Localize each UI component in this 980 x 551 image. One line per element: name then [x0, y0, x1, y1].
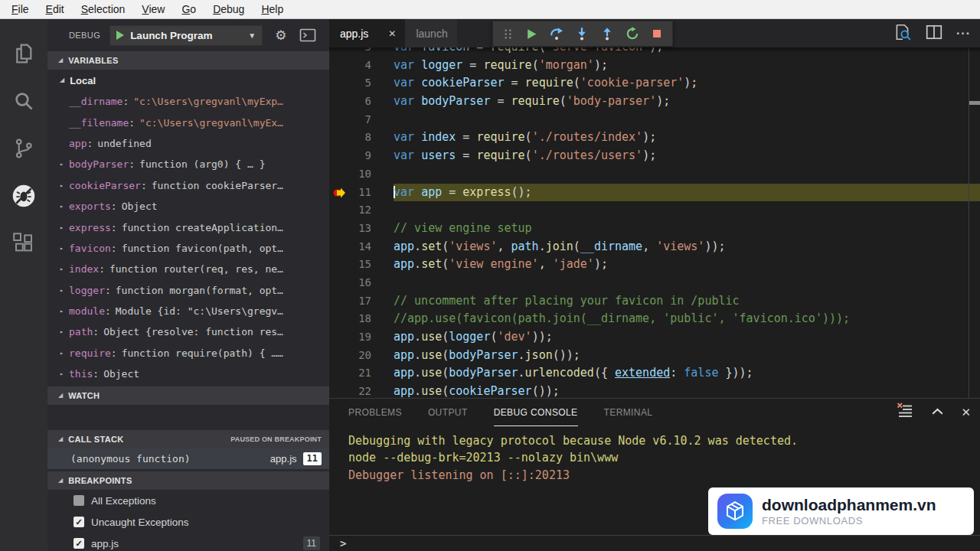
maximize-panel-icon[interactable]: [929, 403, 946, 422]
call-stack-frame[interactable]: (anonymous function)app.js11: [47, 448, 329, 469]
code-area[interactable]: 3var favicon = require('serve-favicon');…: [329, 47, 980, 398]
menu-debug[interactable]: Debug: [204, 0, 253, 19]
launch-config-dropdown[interactable]: Launch Program ▼: [109, 25, 263, 46]
code-line[interactable]: 14app.set('views', path.join(__dirname, …: [329, 238, 980, 256]
activity-debug-icon[interactable]: [0, 172, 47, 220]
variable-row[interactable]: ▸require:function require(path) { ……: [47, 343, 329, 364]
stop-button[interactable]: [651, 28, 663, 40]
code-line[interactable]: 4var logger = require('morgan');: [329, 57, 980, 75]
editor-gutter[interactable]: 17: [329, 292, 394, 311]
editor-gutter[interactable]: 3: [329, 47, 394, 57]
twistie-icon[interactable]: ▸: [60, 203, 69, 210]
activity-search-icon[interactable]: [0, 77, 47, 125]
code-line[interactable]: 3var favicon = require('serve-favicon');: [329, 47, 980, 57]
variable-row[interactable]: ▸cookieParser:function cookieParser…: [47, 175, 329, 196]
menu-help[interactable]: Help: [253, 0, 292, 19]
activity-explorer-icon[interactable]: [0, 30, 47, 77]
editor-gutter[interactable]: 14: [329, 238, 394, 256]
call-stack-section-header[interactable]: ◢ CALL STACK PAUSED ON BREAKPOINT: [47, 430, 329, 448]
editor-gutter[interactable]: 21: [329, 364, 394, 383]
variable-row[interactable]: ▸express:function createApplication…: [47, 217, 329, 237]
code-line[interactable]: 13// view engine setup: [329, 220, 980, 238]
variable-row[interactable]: ▸bodyParser:function (arg0) { … }: [47, 154, 329, 174]
variable-row[interactable]: ▸this:Object: [47, 364, 329, 384]
more-actions-icon[interactable]: ···: [956, 27, 971, 41]
twistie-icon[interactable]: ▸: [60, 308, 69, 315]
code-line[interactable]: 18//app.use(favicon(path.join(__dirname,…: [329, 310, 980, 328]
editor-gutter[interactable]: 16: [329, 274, 394, 292]
twistie-icon[interactable]: ▸: [60, 287, 69, 294]
code-line[interactable]: 6var bodyParser = require('body-parser')…: [329, 93, 980, 111]
breakpoint-checkbox[interactable]: ✓: [74, 538, 84, 549]
code-line[interactable]: 12: [329, 201, 980, 220]
close-icon[interactable]: ✕: [388, 28, 396, 39]
code-line[interactable]: 20app.use(bodyParser.json());: [329, 347, 980, 365]
start-debug-icon[interactable]: [116, 31, 124, 40]
code-line[interactable]: 7: [329, 111, 980, 129]
restart-button[interactable]: [626, 27, 639, 41]
editor-gutter[interactable]: 13: [329, 220, 394, 238]
variable-row[interactable]: __dirname:"c:\Users\gregvanl\myExp…: [47, 91, 329, 112]
editor-gutter[interactable]: 5: [329, 74, 394, 93]
editor-gutter[interactable]: 8: [329, 129, 394, 147]
variable-row[interactable]: ▸module:Module {id: "c:\Users\gregv…: [47, 301, 329, 321]
panel-tab-output[interactable]: OUTPUT: [428, 399, 468, 426]
variable-row[interactable]: ▸path:Object {resolve: function res…: [47, 321, 329, 342]
code-line[interactable]: 8var index = require('./routes/index');: [329, 129, 980, 147]
editor-gutter[interactable]: 18: [329, 310, 394, 328]
panel-tab-debug-console[interactable]: DEBUG CONSOLE: [494, 399, 578, 426]
code-line[interactable]: 17// uncomment after placing your favico…: [329, 292, 980, 311]
twistie-icon[interactable]: ▸: [60, 161, 69, 168]
clear-console-icon[interactable]: [896, 402, 914, 423]
continue-button[interactable]: [525, 28, 538, 41]
open-debug-console-icon[interactable]: [299, 26, 317, 44]
twistie-icon[interactable]: ▸: [60, 224, 69, 231]
gear-icon[interactable]: ⚙: [275, 28, 286, 44]
code-line[interactable]: 21app.use(bodyParser.urlencoded({ extend…: [329, 364, 980, 383]
editor-gutter[interactable]: 4: [329, 57, 394, 75]
step-over-button[interactable]: [550, 27, 564, 41]
variables-section-header[interactable]: ◢ VARIABLES: [47, 51, 329, 70]
breakpoint-row[interactable]: ✓Uncaught Exceptions: [47, 511, 329, 533]
menu-go[interactable]: Go: [173, 0, 204, 19]
breakpoint-checkbox[interactable]: [74, 495, 84, 506]
tab-launch[interactable]: launch: [405, 19, 456, 47]
code-line[interactable]: 9var users = require('./routes/users');: [329, 147, 980, 165]
scrollbar-handle[interactable]: [969, 101, 980, 105]
editor-gutter[interactable]: 7: [329, 111, 394, 129]
open-preview-icon[interactable]: [893, 23, 912, 44]
editor-scrollbar[interactable]: [969, 47, 969, 398]
editor-gutter[interactable]: 10: [329, 165, 394, 184]
breakpoints-section-header[interactable]: ◢ BREAKPOINTS: [47, 471, 329, 490]
variable-row[interactable]: __filename:"c:\Users\gregvanl\myEx…: [47, 112, 329, 132]
menu-selection[interactable]: Selection: [73, 0, 134, 19]
code-line[interactable]: 15app.set('view engine', 'jade');: [329, 256, 980, 274]
watch-section-header[interactable]: ◢ WATCH: [47, 386, 329, 405]
variable-row[interactable]: ▸favicon:function favicon(path, opt…: [47, 238, 329, 259]
twistie-icon[interactable]: ▸: [60, 182, 69, 189]
editor-gutter[interactable]: 6: [329, 93, 394, 111]
menu-file[interactable]: File: [3, 0, 38, 19]
breakpoint-checkbox[interactable]: ✓: [74, 517, 84, 527]
twistie-icon[interactable]: ▸: [60, 328, 69, 335]
twistie-icon[interactable]: ▸: [60, 266, 69, 272]
editor-gutter[interactable]: 12: [329, 201, 394, 220]
menu-view[interactable]: View: [133, 0, 173, 19]
variable-row[interactable]: app:undefined: [47, 133, 329, 154]
code-line[interactable]: 10: [329, 165, 980, 184]
editor-gutter[interactable]: 20: [329, 347, 394, 365]
twistie-icon[interactable]: ▸: [60, 370, 69, 377]
split-editor-icon[interactable]: [925, 23, 943, 44]
scope-local[interactable]: ◢ Local: [47, 70, 329, 91]
debug-console-input[interactable]: >: [329, 535, 980, 551]
code-line[interactable]: 19app.use(logger('dev'));: [329, 328, 980, 347]
code-line[interactable]: 5var cookieParser = require('cookie-pars…: [329, 74, 980, 93]
breakpoint-row[interactable]: ✓app.js11: [47, 533, 329, 551]
editor-gutter[interactable]: 11: [329, 184, 394, 202]
code-line[interactable]: 16: [329, 274, 980, 292]
editor-gutter[interactable]: 19: [329, 328, 394, 347]
menu-edit[interactable]: Edit: [38, 0, 73, 19]
twistie-icon[interactable]: ▸: [60, 245, 69, 252]
close-panel-icon[interactable]: ✕: [961, 406, 971, 419]
variable-row[interactable]: ▸index:function router(req, res, ne…: [47, 259, 329, 279]
